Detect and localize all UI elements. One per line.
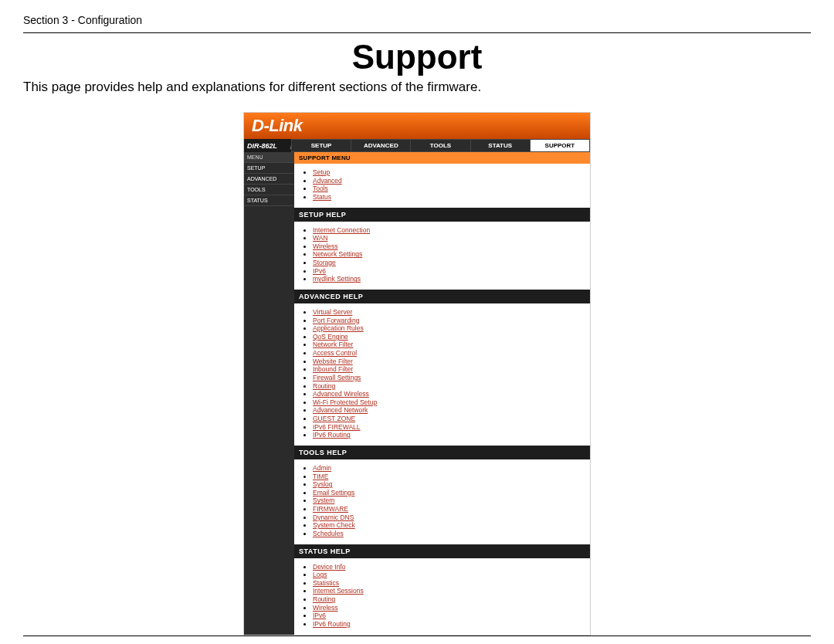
help-link[interactable]: Advanced Wireless: [313, 390, 369, 398]
list-item: System: [313, 497, 584, 505]
help-link[interactable]: mydlink Settings: [313, 275, 361, 283]
sidebar-item-status[interactable]: STATUS: [244, 195, 294, 206]
list-item: Port Forwarding: [313, 317, 584, 325]
list-item: Network Settings: [313, 250, 584, 259]
sidebar-item-setup[interactable]: SETUP: [244, 163, 294, 174]
help-link[interactable]: GUEST ZONE: [313, 415, 355, 422]
tab-tools[interactable]: TOOLS: [411, 139, 470, 152]
list-item: GUEST ZONE: [313, 415, 584, 423]
section-links: AdminTIMESyslogEmail SettingsSystemFIRMW…: [294, 459, 590, 544]
section-heading: STATUS HELP: [294, 544, 590, 558]
help-link[interactable]: Routing: [313, 382, 335, 390]
help-link[interactable]: Firewall Settings: [313, 374, 361, 381]
section-links: Virtual ServerPort ForwardingApplication…: [294, 303, 590, 446]
help-link[interactable]: Storage: [313, 259, 336, 266]
help-link[interactable]: Network Settings: [313, 250, 362, 258]
list-item: IPv6: [313, 267, 584, 276]
tab-support[interactable]: SUPPORT: [531, 139, 590, 152]
help-link[interactable]: Dynamic DNS: [313, 514, 354, 521]
help-link[interactable]: Network Filter: [313, 341, 353, 348]
list-item: mydlink Settings: [313, 275, 584, 283]
help-link[interactable]: IPv6 Routing: [313, 431, 351, 439]
list-item: IPv6 FIREWALL: [313, 423, 584, 432]
help-link[interactable]: Logs: [313, 571, 327, 578]
help-link[interactable]: Statistics: [313, 579, 339, 587]
help-link[interactable]: Advanced: [313, 177, 342, 185]
help-link[interactable]: Application Rules: [313, 324, 364, 332]
list-item: Tools: [313, 185, 584, 193]
list-item: TIME: [313, 473, 584, 481]
list-item: IPv6 Routing: [313, 431, 584, 439]
help-link[interactable]: Status: [313, 193, 331, 201]
help-link[interactable]: Email Settings: [313, 489, 354, 497]
help-link[interactable]: Virtual Server: [313, 308, 352, 316]
list-item: Statistics: [313, 579, 584, 588]
list-item: Wi-Fi Protected Setup: [313, 398, 584, 407]
help-link[interactable]: Routing: [313, 595, 335, 603]
sidebar-item-advanced[interactable]: ADVANCED: [244, 174, 294, 185]
sidebar-item-menu: MENU: [244, 152, 294, 163]
list-item: Application Rules: [313, 324, 584, 333]
router-header-bar: D-Link: [244, 113, 590, 139]
model-label: DIR-862L: [244, 142, 294, 150]
list-item: Network Filter: [313, 341, 584, 349]
help-link[interactable]: IPv6 Routing: [313, 620, 351, 628]
help-link[interactable]: Advanced Network: [313, 406, 368, 414]
help-link[interactable]: FIRMWARE: [313, 505, 348, 513]
list-item: System Check: [313, 521, 584, 530]
list-item: Device Info: [313, 563, 584, 571]
page-footer: D-Link DIR-862L User Manual 118: [23, 636, 811, 645]
list-item: IPv6: [313, 612, 584, 620]
list-item: Email Settings: [313, 489, 584, 497]
help-link[interactable]: TIME: [313, 473, 328, 480]
tab-status[interactable]: STATUS: [471, 139, 531, 152]
sidebar-item-tools[interactable]: TOOLS: [244, 185, 294, 195]
help-link[interactable]: Schedules: [313, 530, 344, 537]
list-item: Internet Connection: [313, 226, 584, 235]
help-link[interactable]: Port Forwarding: [313, 317, 359, 324]
dlink-logo: D-Link: [252, 116, 302, 136]
list-item: Advanced: [313, 177, 584, 185]
help-link[interactable]: Admin: [313, 464, 331, 472]
help-link[interactable]: QoS Engine: [313, 333, 348, 341]
support-menu-heading: SUPPORT MENU: [294, 152, 590, 164]
help-link[interactable]: Tools: [313, 185, 328, 192]
help-link[interactable]: IPv6: [313, 612, 326, 619]
router-window: D-Link DIR-862L / / / SETUPADVANCEDTOOLS…: [243, 112, 591, 636]
list-item: Wireless: [313, 604, 584, 612]
tab-setup[interactable]: SETUP: [292, 139, 351, 152]
page-title: Support: [23, 38, 811, 76]
help-link[interactable]: WAN: [313, 234, 328, 242]
list-item: Schedules: [313, 530, 584, 538]
list-item: Setup: [313, 168, 584, 177]
list-item: Advanced Wireless: [313, 390, 584, 398]
help-link[interactable]: IPv6 FIREWALL: [313, 423, 361, 431]
help-link[interactable]: Syslog: [313, 480, 333, 488]
help-link[interactable]: Wi-Fi Protected Setup: [313, 398, 377, 406]
page-description: This page provides help and explanations…: [23, 80, 811, 95]
help-link[interactable]: Website Filter: [313, 358, 353, 365]
help-link[interactable]: Wireless: [313, 604, 338, 612]
support-menu-links: SetupAdvancedToolsStatus: [294, 164, 590, 208]
help-link[interactable]: Wireless: [313, 242, 338, 250]
list-item: QoS Engine: [313, 333, 584, 341]
main-tabs: SETUPADVANCEDTOOLSSTATUSSUPPORT: [291, 139, 590, 152]
list-item: Logs: [313, 571, 584, 579]
figure-router-ui: D-Link DIR-862L / / / SETUPADVANCEDTOOLS…: [23, 112, 811, 636]
list-item: FIRMWARE: [313, 505, 584, 514]
help-link[interactable]: Device Info: [313, 563, 346, 571]
list-item: Routing: [313, 382, 584, 391]
help-link[interactable]: System Check: [313, 521, 355, 529]
list-item: Admin: [313, 464, 584, 473]
help-link[interactable]: Access Control: [313, 349, 357, 357]
list-item: Wireless: [313, 242, 584, 251]
list-item: WAN: [313, 234, 584, 242]
help-link[interactable]: Setup: [313, 168, 330, 176]
help-link[interactable]: Inbound Filter: [313, 365, 353, 373]
help-link[interactable]: IPv6: [313, 267, 326, 275]
help-link[interactable]: Internet Sessions: [313, 587, 364, 595]
section-heading: ADVANCED HELP: [294, 290, 590, 303]
help-link[interactable]: Internet Connection: [313, 226, 370, 234]
tab-advanced[interactable]: ADVANCED: [351, 139, 411, 152]
help-link[interactable]: System: [313, 497, 334, 504]
